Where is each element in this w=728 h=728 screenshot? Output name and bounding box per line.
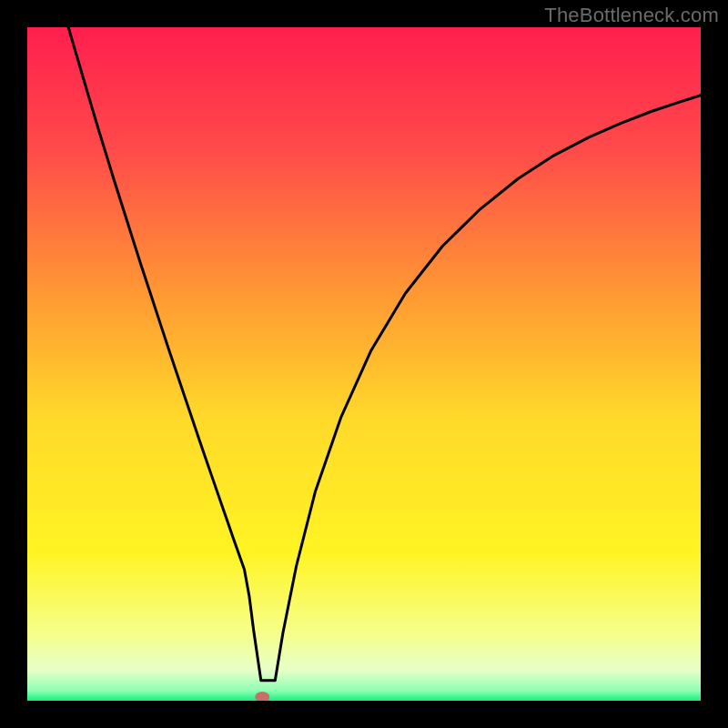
watermark-text: TheBottleneck.com	[544, 4, 719, 27]
chart-frame: TheBottleneck.com	[0, 0, 728, 728]
chart-svg	[27, 27, 701, 701]
plot-area	[27, 27, 701, 701]
